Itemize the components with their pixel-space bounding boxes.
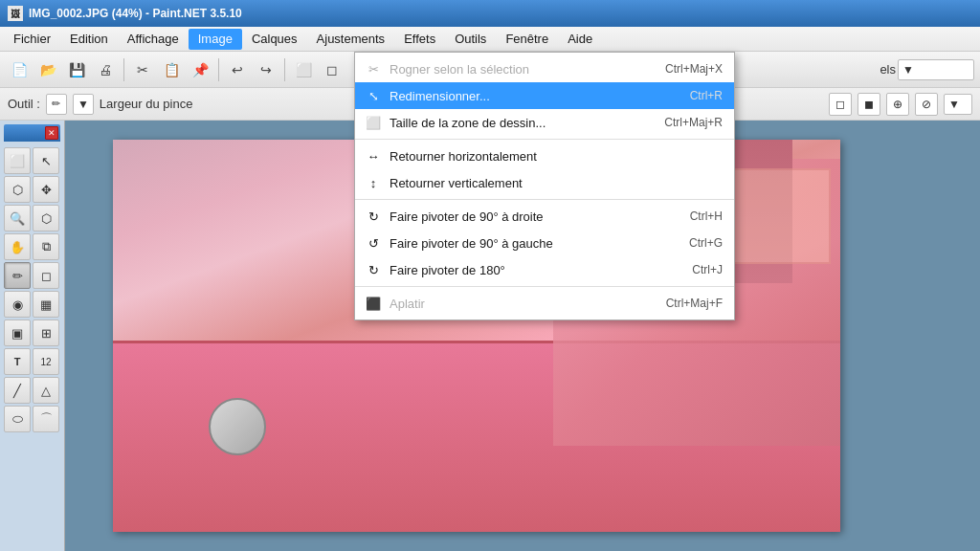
tool-row-3: 🔍 ⬡ <box>4 205 60 231</box>
dropdown-item-label-pivoter-90g: Faire pivoter de 90° à gauche <box>390 236 670 251</box>
tool-freeform[interactable]: ⌒ <box>33 406 59 432</box>
menu-item-effets[interactable]: Effets <box>394 29 445 50</box>
layers-label: els <box>880 62 896 77</box>
chevron-down-icon: ▼ <box>902 63 914 77</box>
image-dropdown-menu: ✂Rogner selon la sélectionCtrl+Maj+X⤡Red… <box>354 52 735 320</box>
tool-ellipse[interactable]: ⬭ <box>4 406 31 432</box>
toolbox-close-button[interactable]: ✕ <box>45 126 58 140</box>
dropdown-item-label-taille-zone: Taille de la zone de dessin... <box>390 116 645 130</box>
undo-button[interactable]: ↩ <box>224 56 251 83</box>
select-all-button[interactable]: ⬜ <box>290 56 317 83</box>
print-button[interactable]: 🖨 <box>92 56 119 83</box>
tool-move[interactable]: ✥ <box>33 176 59 203</box>
dropdown-item-label-redimensionner: Redimensionner... <box>390 89 671 103</box>
menu-item-ajustements[interactable]: Ajustements <box>307 29 395 50</box>
dropdown-item-icon-redimensionner: ⤡ <box>363 85 384 106</box>
dropdown-item-pivoter-90d[interactable]: ↻Faire pivoter de 90° à droiteCtrl+H <box>355 203 734 230</box>
tool-pan[interactable]: ✋ <box>4 233 31 260</box>
tool-label: Outil : <box>8 97 40 111</box>
tool-shapes[interactable]: △ <box>33 377 59 404</box>
dropdown-item-redimensionner[interactable]: ⤡Redimensionner...Ctrl+R <box>355 82 734 109</box>
menu-item-image[interactable]: Image <box>189 29 242 50</box>
open-button[interactable]: 📂 <box>34 56 61 83</box>
menu-item-fichier[interactable]: Fichier <box>4 29 60 50</box>
dropdown-item-rogner: ✂Rogner selon la sélectionCtrl+Maj+X <box>355 55 734 82</box>
brush-dropdown[interactable]: ▼ <box>73 94 94 115</box>
dropdown-item-label-rogner: Rogner selon la sélection <box>390 62 646 77</box>
menu-item-fenetre[interactable]: Fenêtre <box>496 29 558 50</box>
separator-2 <box>218 58 219 81</box>
width-label: Largeur du pince <box>100 97 193 111</box>
dropdown-item-icon-pivoter-90g: ↺ <box>363 232 384 253</box>
dropdown-item-shortcut-pivoter-90d: Ctrl+H <box>690 209 723 223</box>
title-bar-text: IMG_0002.JPG (44%) - Paint.NET 3.5.10 <box>29 7 242 20</box>
tool-number[interactable]: 12 <box>33 348 59 375</box>
dropdown-item-pivoter-180[interactable]: ↻Faire pivoter de 180°Ctrl+J <box>355 256 734 283</box>
dropdown-item-icon-pivoter-180: ↻ <box>363 259 384 280</box>
toolbox-title-bar: ✕ <box>4 124 60 142</box>
menu-item-outils[interactable]: Outils <box>445 29 496 50</box>
deselect-button[interactable]: ◻ <box>319 56 345 83</box>
dropdown-item-shortcut-taille-zone: Ctrl+Maj+R <box>664 116 723 129</box>
tool-stamp[interactable]: ⊞ <box>33 320 59 346</box>
new-button[interactable]: 📄 <box>6 56 33 83</box>
toolbox: ✕ ⬜ ↖ ⬡ ✥ 🔍 ⬡ ✋ ⧉ ✏ ◻ ◉ ▦ ▣ ⊞ <box>0 121 65 551</box>
dropdown-item-pivoter-90g[interactable]: ↺Faire pivoter de 90° à gaucheCtrl+G <box>355 230 734 256</box>
dropdown-item-label-aplatir: Aplatir <box>390 297 647 311</box>
secondary-dropdown[interactable]: ▼ <box>944 94 972 115</box>
dropdown-item-shortcut-rogner: Ctrl+Maj+X <box>665 62 723 76</box>
dropdown-item-icon-rogner: ✂ <box>363 58 384 79</box>
dropdown-item-shortcut-pivoter-90g: Ctrl+G <box>689 236 723 250</box>
menu-item-aide[interactable]: Aide <box>558 29 602 50</box>
dropdown-item-label-pivoter-180: Faire pivoter de 180° <box>390 263 673 277</box>
tool-lasso[interactable]: ⬡ <box>4 176 31 203</box>
dropdown-item-icon-aplatir: ⬛ <box>363 293 384 314</box>
tool-row-4: ✋ ⧉ <box>4 233 60 260</box>
tool-zoom[interactable]: 🔍 <box>4 205 31 231</box>
dropdown-item-retourner-h[interactable]: ↔Retourner horizontalement <box>355 143 734 169</box>
tool-row-9: ╱ △ <box>4 377 60 404</box>
menu-bar: FichierEditionAffichageImageCalquesAjust… <box>0 27 980 52</box>
tool-row-5: ✏ ◻ <box>4 262 60 289</box>
tool-eraser[interactable]: ◻ <box>33 262 59 289</box>
tool-select-rect[interactable]: ⬜ <box>4 147 31 174</box>
dropdown-item-icon-retourner-v: ↕ <box>363 172 384 193</box>
option-btn-2[interactable]: ◼ <box>858 93 880 116</box>
dropdown-item-shortcut-pivoter-180: Ctrl+J <box>692 263 723 276</box>
paste-button[interactable]: 📌 <box>187 56 213 83</box>
tool-magic-wand[interactable]: ⬡ <box>33 205 59 231</box>
dropdown-item-label-pivoter-90d: Faire pivoter de 90° à droite <box>390 209 671 224</box>
dropdown-item-icon-taille-zone: ⬜ <box>363 112 384 133</box>
tool-recolor[interactable]: ◉ <box>4 291 31 318</box>
copy-button[interactable]: 📋 <box>158 56 185 83</box>
menu-item-affichage[interactable]: Affichage <box>118 29 189 50</box>
dropdown-item-retourner-v[interactable]: ↕Retourner verticalement <box>355 169 734 196</box>
tool-text[interactable]: T <box>4 348 31 375</box>
dropdown-item-taille-zone[interactable]: ⬜Taille de la zone de dessin...Ctrl+Maj+… <box>355 109 734 136</box>
option-btn-1[interactable]: ◻ <box>829 93 852 116</box>
redo-button[interactable]: ↪ <box>253 56 279 83</box>
dropdown-item-aplatir: ⬛AplatirCtrl+Maj+F <box>355 290 734 317</box>
save-button[interactable]: 💾 <box>63 56 90 83</box>
tool-row-7: ▣ ⊞ <box>4 320 60 346</box>
tool-row-8: T 12 <box>4 348 60 375</box>
app-icon: 🖼 <box>8 6 23 21</box>
option-btn-4[interactable]: ⊘ <box>915 93 938 116</box>
tool-line[interactable]: ╱ <box>4 377 31 404</box>
dropdown-item-icon-pivoter-90d: ↻ <box>363 206 384 227</box>
tool-clone[interactable]: ⧉ <box>33 233 59 260</box>
tool-paintbucket[interactable]: ▦ <box>33 291 59 318</box>
dropdown-item-label-retourner-v: Retourner verticalement <box>390 176 723 190</box>
cut-button[interactable]: ✂ <box>129 56 156 83</box>
menu-item-edition[interactable]: Edition <box>60 29 118 50</box>
dropdown-separator-10 <box>355 286 734 287</box>
tool-gradient[interactable]: ▣ <box>4 320 31 346</box>
option-btn-3[interactable]: ⊕ <box>886 93 909 116</box>
tool-select-move[interactable]: ↖ <box>33 147 59 174</box>
menu-item-calques[interactable]: Calques <box>242 29 307 50</box>
tool-row-6: ◉ ▦ <box>4 291 60 318</box>
dropdown-separator-3 <box>355 139 734 140</box>
layers-dropdown[interactable]: ▼ <box>898 59 974 80</box>
brush-tool-icon[interactable]: ✏ <box>46 94 67 115</box>
tool-pencil[interactable]: ✏ <box>4 262 31 289</box>
